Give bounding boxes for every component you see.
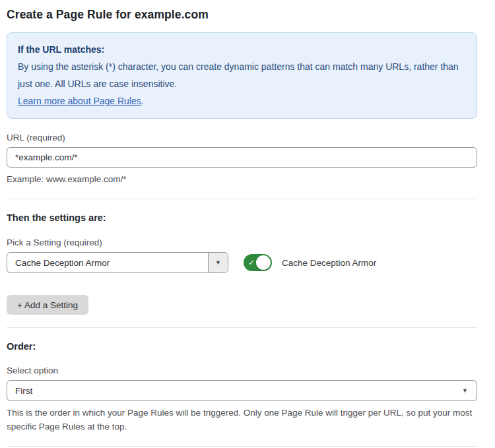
- url-match-info-box: If the URL matches: By using the asteris…: [7, 32, 477, 119]
- info-box-body: By using the asterisk (*) character, you…: [18, 58, 466, 92]
- add-setting-button[interactable]: + Add a Setting: [7, 295, 88, 315]
- chevron-down-icon: ▼: [462, 388, 468, 394]
- setting-toggle-group: ✓ Cache Deception Armor: [244, 254, 376, 271]
- settings-section-heading: Then the settings are:: [7, 212, 477, 223]
- info-box-link-line: Learn more about Page Rules.: [18, 92, 466, 110]
- learn-more-link[interactable]: Learn more about Page Rules: [18, 96, 141, 106]
- order-select-arrow: ▼: [462, 381, 477, 400]
- url-field-label: URL (required): [7, 133, 477, 143]
- toggle-knob: [256, 255, 271, 270]
- url-input[interactable]: [7, 147, 477, 168]
- section-divider: [7, 327, 477, 328]
- setting-select[interactable]: Cache Deception Armor ▼: [7, 252, 228, 273]
- setting-toggle[interactable]: ✓: [244, 254, 272, 271]
- check-icon: ✓: [248, 258, 255, 267]
- section-divider: [7, 446, 477, 447]
- page-rule-form: Create a Page Rule for example.com If th…: [0, 0, 495, 448]
- link-period: .: [141, 96, 144, 106]
- setting-select-value: Cache Deception Armor: [7, 253, 208, 272]
- page-title: Create a Page Rule for example.com: [7, 8, 477, 22]
- setting-toggle-label: Cache Deception Armor: [282, 258, 376, 268]
- order-help-text: This is the order in which your Page Rul…: [7, 406, 477, 433]
- chevron-down-icon: ▼: [215, 260, 221, 266]
- setting-picker-label: Pick a Setting (required): [7, 238, 477, 247]
- setting-row: Cache Deception Armor ▼ ✓ Cache Deceptio…: [7, 252, 477, 273]
- order-select[interactable]: First ▼: [7, 380, 477, 401]
- setting-select-arrow-button[interactable]: ▼: [208, 253, 228, 272]
- url-example-text: Example: www.example.com/*: [7, 172, 477, 186]
- order-select-label: Select option: [7, 366, 477, 375]
- order-select-value: First: [7, 381, 462, 400]
- order-section-heading: Order:: [7, 341, 477, 352]
- section-divider: [7, 199, 477, 199]
- info-box-heading: If the URL matches:: [18, 41, 466, 58]
